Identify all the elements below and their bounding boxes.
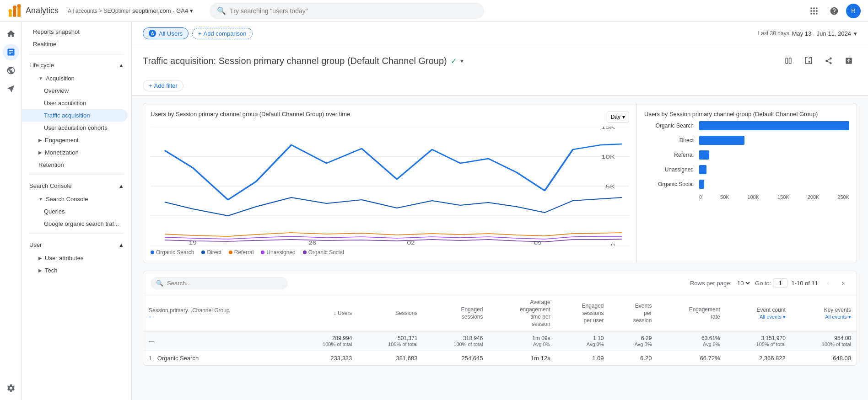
svg-point-6: [17, 4, 21, 7]
row1-event-count: 2,366,822: [726, 351, 791, 366]
sidebar-item-traffic-acquisition[interactable]: Traffic acquisition: [22, 109, 128, 122]
total-engaged-sessions: 318,946 100% of total: [423, 331, 488, 351]
legend-referral-label: Referral: [234, 249, 254, 256]
sidebar-item-tech[interactable]: ▶ Tech: [22, 264, 128, 277]
apps-button[interactable]: [806, 3, 822, 19]
logo-area: Analytics: [7, 4, 59, 18]
filter-row: + Add filter: [132, 76, 868, 96]
sidebar-item-retention[interactable]: Retention: [22, 159, 128, 171]
lifecycle-section[interactable]: Life cycle ▲: [22, 58, 131, 72]
col-channel-group[interactable]: Session primary...Channel Group +: [143, 295, 292, 331]
col-events-per-session[interactable]: Events per session: [609, 295, 658, 331]
explore-nav-icon[interactable]: [3, 62, 19, 79]
row1-engaged-sessions: 254,645: [423, 351, 488, 366]
legend-organic-social: Organic Social: [303, 249, 344, 256]
goto-input[interactable]: [773, 278, 787, 288]
sidebar-item-realtime[interactable]: Realtime: [22, 38, 128, 50]
help-button[interactable]: [826, 3, 842, 19]
col-sessions[interactable]: Sessions: [357, 295, 423, 331]
user-acquisition-label: User acquisition: [44, 100, 86, 107]
sidebar-item-acquisition[interactable]: ▼ Acquisition: [22, 72, 128, 85]
sidebar-item-google-organic[interactable]: Google organic search traf...: [22, 218, 128, 230]
nav-tree: Reports snapshot Realtime Life cycle ▲ ▼…: [22, 22, 132, 400]
col-avg-time[interactable]: Average engagement time per session: [488, 295, 555, 331]
search-bar[interactable]: 🔍: [210, 3, 484, 19]
bar-axis: 0 50K 100K 150K 200K 250K: [644, 194, 849, 200]
save-report-button[interactable]: [800, 53, 817, 69]
sidebar-item-queries[interactable]: Queries: [22, 205, 128, 218]
legend-direct-label: Direct: [207, 249, 221, 256]
search-console-section[interactable]: Search Console ▲: [22, 179, 131, 193]
sidebar-icons: [0, 22, 22, 400]
sidebar-item-user-attributes[interactable]: ▶ User attributes: [22, 252, 128, 264]
bar-fill-referral: [699, 150, 709, 160]
day-selector[interactable]: Day ▾: [607, 112, 629, 123]
rows-per-page-select[interactable]: 10 25 50: [735, 279, 751, 287]
sidebar-item-monetization[interactable]: ▶ Monetization: [22, 146, 128, 159]
lifecycle-collapse-icon: ▲: [119, 62, 124, 69]
sidebar-item-engagement[interactable]: ▶ Engagement: [22, 134, 128, 146]
table-search[interactable]: 🔍: [151, 277, 288, 289]
line-chart-svg: 15K 10K 5K 0: [151, 127, 629, 245]
top-header: Analytics All accounts > SEOptimer seopt…: [0, 0, 868, 22]
title-dropdown-icon[interactable]: ▾: [460, 57, 464, 64]
next-page-button[interactable]: ›: [836, 277, 849, 289]
engagement-label: Engagement: [45, 137, 79, 144]
search-console-collapse-icon: ▲: [119, 183, 124, 189]
svg-text:09: 09: [534, 240, 541, 245]
sidebar-item-user-cohorts[interactable]: User acquisition cohorts: [22, 122, 128, 134]
total-sessions: 501,371 100% of total: [357, 331, 423, 351]
avatar[interactable]: R: [846, 4, 861, 18]
reports-nav-icon[interactable]: [3, 44, 19, 60]
search-input[interactable]: [230, 7, 477, 15]
pagination-info: 1-10 of 11: [791, 280, 818, 287]
bar-label-referral: Referral: [644, 152, 699, 158]
col-users[interactable]: ↓ Users: [292, 295, 357, 331]
admin-nav-icon[interactable]: [3, 380, 19, 396]
legend-organic-label: Organic Search: [156, 249, 194, 256]
comparison-view-button[interactable]: [780, 53, 797, 69]
col-engaged-per-user[interactable]: Engaged sessions per user: [556, 295, 609, 331]
col-engagement-rate[interactable]: Engagement rate: [657, 295, 725, 331]
legend-dot-organic-social: [303, 251, 307, 254]
overview-label: Overview: [44, 87, 69, 94]
bar-label-organic: Organic Search: [644, 123, 699, 129]
col-event-count[interactable]: Event count All events ▾: [726, 295, 791, 331]
more-button[interactable]: [841, 53, 857, 69]
traffic-acquisition-label: Traffic acquisition: [44, 112, 90, 119]
sidebar-item-user-acquisition[interactable]: User acquisition: [22, 97, 128, 109]
prev-page-button[interactable]: ‹: [822, 277, 835, 289]
table-search-input[interactable]: [167, 280, 259, 287]
svg-rect-13: [811, 13, 812, 14]
col-key-events[interactable]: Key events All events ▾: [791, 295, 857, 331]
advertising-nav-icon[interactable]: [3, 80, 19, 97]
tech-expand-icon: ▶: [38, 268, 42, 273]
all-users-chip[interactable]: A All Users: [143, 27, 189, 39]
col-engaged-sessions[interactable]: Engaged sessions: [423, 295, 488, 331]
svg-rect-9: [816, 7, 817, 9]
bar-chart-container: Users by Session primary channel group (…: [637, 103, 857, 263]
sidebar-item-overview[interactable]: Overview: [22, 85, 128, 97]
total-users: 289,994 100% of total: [292, 331, 357, 351]
legend-unassigned-label: Unassigned: [266, 249, 295, 256]
filter-bar: A All Users + Add comparison Last 30 day…: [132, 22, 868, 45]
data-table: Session primary...Channel Group + ↓ User…: [143, 295, 857, 365]
sidebar-item-search-console[interactable]: ▼ Search Console: [22, 193, 128, 205]
svg-point-4: [8, 9, 12, 13]
legend-unassigned: Unassigned: [261, 249, 295, 256]
sidebar-item-reports-snapshot[interactable]: Reports snapshot: [22, 26, 128, 38]
share-button[interactable]: [820, 53, 837, 69]
rows-per-page: Rows per page: 10 25 50: [690, 279, 751, 287]
legend-dot-direct: [201, 251, 205, 254]
user-section[interactable]: User ▲: [22, 238, 131, 252]
analytics-logo: [7, 4, 22, 18]
account-selector[interactable]: All accounts > SEOptimer seoptimer.com -…: [64, 5, 197, 16]
bar-row-referral: Referral: [644, 150, 849, 160]
add-comparison-button[interactable]: + Add comparison: [192, 28, 253, 39]
date-range-selector[interactable]: Last 30 days May 13 - Jun 11, 2024 ▾: [758, 30, 857, 37]
add-filter-button[interactable]: + Add filter: [143, 80, 183, 91]
nav-divider-1: [29, 54, 124, 54]
home-nav-icon[interactable]: [3, 26, 19, 42]
pagination-buttons: ‹ ›: [822, 277, 849, 289]
bar-row-organic-search: Organic Search: [644, 121, 849, 130]
